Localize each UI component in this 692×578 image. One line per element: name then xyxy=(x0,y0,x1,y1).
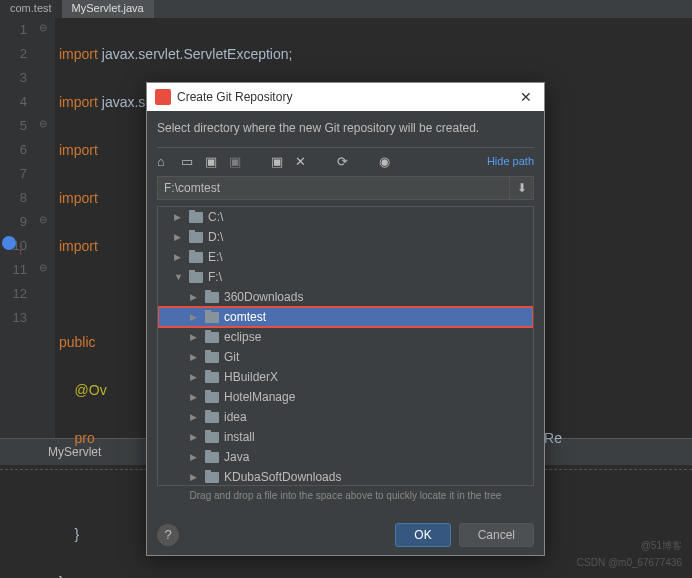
fold-icon[interactable]: ⊖ xyxy=(39,118,47,129)
tree-item-label: idea xyxy=(224,410,247,424)
tree-item[interactable]: ▶HotelManage xyxy=(158,387,533,407)
directory-tree[interactable]: ▶C:\▶D:\▶E:\▼F:\▶360Downloads▶comtest▶ec… xyxy=(157,206,534,486)
chevron-right-icon[interactable]: ▶ xyxy=(174,212,184,222)
tree-item-label: D:\ xyxy=(208,230,223,244)
ok-button[interactable]: OK xyxy=(395,523,450,547)
tree-item[interactable]: ▶install xyxy=(158,427,533,447)
delete-icon[interactable]: ✕ xyxy=(295,154,309,168)
chevron-right-icon[interactable]: ▶ xyxy=(190,352,200,362)
folder-icon xyxy=(189,252,203,263)
app-icon xyxy=(155,89,171,105)
help-button[interactable]: ? xyxy=(157,524,179,546)
chevron-right-icon[interactable]: ▶ xyxy=(190,312,200,322)
editor-tab-active[interactable]: MyServlet.java xyxy=(62,0,154,18)
desktop-icon[interactable]: ▭ xyxy=(181,154,195,168)
tree-item-label: 360Downloads xyxy=(224,290,303,304)
tree-item-label: comtest xyxy=(224,310,266,324)
chevron-right-icon[interactable]: ▶ xyxy=(190,432,200,442)
tree-item-label: install xyxy=(224,430,255,444)
tree-item[interactable]: ▶E:\ xyxy=(158,247,533,267)
chevron-right-icon[interactable]: ▶ xyxy=(174,252,184,262)
module-icon[interactable]: ▣ xyxy=(229,154,243,168)
close-icon[interactable]: ✕ xyxy=(516,89,536,105)
folder-icon xyxy=(205,332,219,343)
dialog-message: Select directory where the new Git repos… xyxy=(157,121,534,135)
path-input[interactable] xyxy=(157,176,510,200)
watermark: @51博客 xyxy=(641,539,682,553)
folder-icon xyxy=(205,312,219,323)
folder-icon xyxy=(205,392,219,403)
chevron-right-icon[interactable]: ▶ xyxy=(190,452,200,462)
tree-item-label: Git xyxy=(224,350,239,364)
refresh-icon[interactable]: ⟳ xyxy=(337,154,351,168)
tree-item[interactable]: ▼F:\ xyxy=(158,267,533,287)
tree-item[interactable]: ▶360Downloads xyxy=(158,287,533,307)
home-icon[interactable]: ⌂ xyxy=(157,154,171,168)
override-icon[interactable] xyxy=(2,236,16,250)
project-icon[interactable]: ▣ xyxy=(205,154,219,168)
tree-item-label: HotelManage xyxy=(224,390,295,404)
folder-icon xyxy=(205,432,219,443)
folder-icon xyxy=(205,372,219,383)
watermark: CSDN @m0_67677436 xyxy=(577,557,682,568)
chevron-down-icon[interactable]: ▼ xyxy=(174,272,184,282)
folder-icon xyxy=(205,452,219,463)
new-folder-icon[interactable]: ▣ xyxy=(271,154,285,168)
chevron-right-icon[interactable]: ▶ xyxy=(190,392,200,402)
tree-hint: Drag and drop a file into the space abov… xyxy=(157,486,534,505)
tree-item-label: Java xyxy=(224,450,249,464)
chevron-right-icon[interactable]: ▶ xyxy=(190,472,200,482)
tree-item-label: HBuilderX xyxy=(224,370,278,384)
tree-item-label: KDubaSoftDownloads xyxy=(224,470,341,484)
fold-column: ⊖ ⊖ ⊖ ⊖ xyxy=(35,18,55,438)
bottom-tab[interactable]: MyServlet xyxy=(40,443,109,461)
tree-item-label: E:\ xyxy=(208,250,223,264)
dialog-title: Create Git Repository xyxy=(177,90,516,104)
tree-item[interactable]: ▶Java xyxy=(158,447,533,467)
chevron-right-icon[interactable]: ▶ xyxy=(174,232,184,242)
create-git-repo-dialog: Create Git Repository ✕ Select directory… xyxy=(146,82,545,556)
show-hidden-icon[interactable]: ◉ xyxy=(379,154,393,168)
tree-item[interactable]: ▶HBuilderX xyxy=(158,367,533,387)
folder-icon xyxy=(189,232,203,243)
tree-item[interactable]: ▶KDubaSoftDownloads xyxy=(158,467,533,486)
line-number-gutter: 1 2 3 4 5 6 7 8 9 10 11 12 13 ↑ xyxy=(0,18,35,438)
hide-path-link[interactable]: Hide path xyxy=(487,155,534,167)
chevron-right-icon[interactable]: ▶ xyxy=(190,332,200,342)
fold-icon[interactable]: ⊖ xyxy=(39,262,47,273)
tree-item[interactable]: ▶eclipse xyxy=(158,327,533,347)
chevron-right-icon[interactable]: ▶ xyxy=(190,412,200,422)
tree-item[interactable]: ▶C:\ xyxy=(158,207,533,227)
folder-icon xyxy=(205,292,219,303)
tree-item-label: C:\ xyxy=(208,210,223,224)
tree-item[interactable]: ▶idea xyxy=(158,407,533,427)
tree-item-label: eclipse xyxy=(224,330,261,344)
folder-icon xyxy=(205,352,219,363)
tree-item[interactable]: ▶D:\ xyxy=(158,227,533,247)
up-arrow-icon: ↑ xyxy=(18,240,23,264)
tree-item[interactable]: ▶comtest xyxy=(158,307,533,327)
cancel-button[interactable]: Cancel xyxy=(459,523,534,547)
fold-icon[interactable]: ⊖ xyxy=(39,22,47,33)
tree-item-label: F:\ xyxy=(208,270,222,284)
tree-item[interactable]: ▶Git xyxy=(158,347,533,367)
folder-icon xyxy=(189,272,203,283)
chevron-right-icon[interactable]: ▶ xyxy=(190,292,200,302)
download-icon[interactable]: ⬇ xyxy=(510,176,534,200)
editor-tabs: com.test MyServlet.java xyxy=(0,0,692,18)
dialog-titlebar: Create Git Repository ✕ xyxy=(147,83,544,111)
fold-icon[interactable]: ⊖ xyxy=(39,214,47,225)
chevron-right-icon[interactable]: ▶ xyxy=(190,372,200,382)
dialog-toolbar: ⌂ ▭ ▣ ▣ ▣ ✕ ⟳ ◉ Hide path xyxy=(157,147,534,168)
folder-icon xyxy=(205,412,219,423)
editor-tab[interactable]: com.test xyxy=(0,0,62,18)
folder-icon xyxy=(205,472,219,483)
folder-icon xyxy=(189,212,203,223)
